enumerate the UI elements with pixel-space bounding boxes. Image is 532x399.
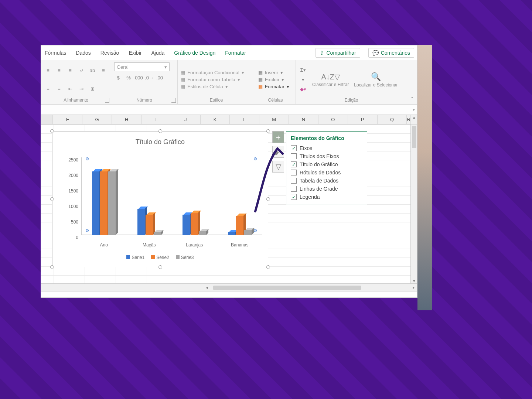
chart-legend[interactable]: Série1Série2Série3 bbox=[52, 255, 268, 260]
vertical-scrollbar[interactable]: ▾ bbox=[410, 125, 417, 283]
align-top-icon[interactable]: ≡ bbox=[44, 66, 52, 74]
chart-element-option[interactable]: Título do Gráfico bbox=[291, 160, 362, 168]
bar[interactable] bbox=[228, 232, 235, 235]
number-launcher-icon[interactable] bbox=[171, 98, 176, 103]
chart-elements-button[interactable]: ＋ bbox=[272, 131, 284, 143]
horizontal-scrollbar[interactable]: ◂ ▸ bbox=[41, 283, 417, 291]
bar[interactable] bbox=[108, 171, 116, 235]
format-as-table-button[interactable]: ▦ Formatar como Tabela ▾ bbox=[181, 77, 244, 82]
bar-cluster[interactable] bbox=[223, 216, 256, 235]
bar-cluster[interactable] bbox=[133, 209, 166, 235]
formula-bar-collapsed[interactable]: ▾ bbox=[41, 105, 417, 115]
column-header[interactable]: H bbox=[112, 115, 141, 124]
checkbox-icon[interactable] bbox=[291, 186, 297, 192]
increase-decimal-icon[interactable]: .0→ bbox=[145, 74, 153, 82]
checkbox-icon[interactable] bbox=[291, 170, 297, 175]
align-center-icon[interactable]: ≡ bbox=[44, 85, 52, 93]
tab-format[interactable]: Formatar bbox=[224, 48, 247, 58]
plot-area[interactable] bbox=[81, 157, 262, 235]
column-header[interactable]: F bbox=[53, 115, 82, 124]
accounting-format-icon[interactable]: $ bbox=[114, 74, 122, 82]
wrap-text-icon[interactable]: ab bbox=[88, 66, 96, 74]
resize-handle[interactable] bbox=[158, 129, 162, 133]
bar[interactable] bbox=[191, 213, 198, 235]
autosum-icon[interactable]: Σ▾ bbox=[299, 66, 307, 74]
conditional-formatting-button[interactable]: ▦ Formatação Condicional ▾ bbox=[181, 70, 244, 75]
chart-element-option[interactable]: Títulos dos Eixos bbox=[291, 152, 362, 160]
format-cells-button[interactable]: ▦ Formatar ▾ bbox=[258, 84, 289, 89]
worksheet-area[interactable]: Título do Gráfico 05001000150020002500 A… bbox=[41, 125, 417, 283]
chart-element-option[interactable]: Legenda bbox=[291, 193, 362, 201]
column-header[interactable]: Q bbox=[378, 115, 407, 124]
percent-format-icon[interactable]: % bbox=[125, 74, 133, 82]
column-header[interactable]: I bbox=[141, 115, 171, 124]
bar[interactable] bbox=[92, 171, 99, 235]
scrollbar-thumb[interactable] bbox=[213, 286, 361, 290]
tab-chart-design[interactable]: Gráfico de Design bbox=[173, 48, 216, 58]
fill-icon[interactable]: ▾ bbox=[299, 76, 307, 84]
orientation-icon[interactable]: ⤾ bbox=[77, 66, 85, 74]
scroll-down-arrow[interactable]: ▾ bbox=[413, 279, 415, 283]
column-header[interactable]: L bbox=[230, 115, 259, 124]
column-header[interactable]: J bbox=[171, 115, 201, 124]
comma-format-icon[interactable]: 000 bbox=[135, 74, 143, 82]
tab-review[interactable]: Revisão bbox=[100, 48, 120, 58]
indent-increase-icon[interactable]: ⇥ bbox=[77, 85, 85, 93]
column-header[interactable]: P bbox=[348, 115, 378, 124]
checkbox-icon[interactable] bbox=[291, 145, 297, 151]
collapse-ribbon-button[interactable]: ˄ bbox=[407, 60, 417, 104]
align-bottom-icon[interactable]: ≡ bbox=[66, 66, 74, 74]
column-header[interactable]: R bbox=[407, 115, 410, 124]
checkbox-icon[interactable] bbox=[291, 178, 297, 184]
chart-title[interactable]: Título do Gráfico bbox=[52, 132, 268, 149]
bar-cluster[interactable] bbox=[178, 213, 211, 235]
resize-handle[interactable] bbox=[50, 129, 54, 133]
chart-object[interactable]: Título do Gráfico 05001000150020002500 A… bbox=[52, 131, 268, 267]
bar[interactable] bbox=[236, 216, 243, 235]
clear-icon[interactable]: ◆▾ bbox=[299, 85, 307, 93]
insert-cells-button[interactable]: ▦ Inserir ▾ bbox=[258, 70, 289, 75]
bar[interactable] bbox=[199, 231, 206, 235]
tab-view[interactable]: Exibir bbox=[128, 48, 142, 58]
align-right-icon[interactable]: ≡ bbox=[55, 85, 63, 93]
sort-filter-button[interactable]: A↓Z▽ Classificar e Filtrar bbox=[312, 72, 349, 87]
chart-element-option[interactable]: Linhas de Grade bbox=[291, 185, 362, 193]
chart-filters-button[interactable]: ▽ bbox=[272, 161, 284, 173]
cell-styles-button[interactable]: ▦ Estilos de Célula ▾ bbox=[181, 84, 244, 89]
bar[interactable] bbox=[154, 232, 161, 235]
bar[interactable] bbox=[244, 230, 252, 235]
legend-item[interactable]: Série3 bbox=[176, 255, 194, 260]
chart-element-option[interactable]: Eixos bbox=[291, 144, 362, 152]
chart-element-option[interactable]: Tabela de Dados bbox=[291, 177, 362, 185]
resize-handle[interactable] bbox=[50, 265, 54, 269]
bar[interactable] bbox=[137, 209, 145, 235]
chart-styles-button[interactable]: 🖌 bbox=[272, 146, 284, 158]
tab-formulas[interactable]: Fórmulas bbox=[44, 48, 67, 58]
comments-button[interactable]: 💬 Comentários bbox=[368, 48, 414, 58]
decrease-decimal-icon[interactable]: .00 bbox=[156, 74, 164, 82]
tab-help[interactable]: Ajuda bbox=[150, 48, 165, 58]
column-header[interactable]: K bbox=[201, 115, 230, 124]
column-header[interactable]: O bbox=[318, 115, 348, 124]
bar[interactable] bbox=[183, 215, 190, 235]
number-format-combo[interactable]: Geral ▾ bbox=[114, 62, 170, 71]
column-header[interactable]: G bbox=[82, 115, 112, 124]
column-header[interactable]: N bbox=[289, 115, 318, 124]
scroll-up-arrow[interactable]: ▴ bbox=[411, 115, 417, 124]
checkbox-icon[interactable] bbox=[291, 153, 297, 159]
resize-handle[interactable] bbox=[266, 129, 270, 133]
resize-handle[interactable] bbox=[266, 197, 270, 201]
resize-handle[interactable] bbox=[158, 265, 162, 269]
legend-item[interactable]: Série1 bbox=[126, 255, 144, 260]
chart-element-option[interactable]: Rótulos de Dados bbox=[291, 168, 362, 177]
align-left-icon[interactable]: ≡ bbox=[99, 66, 108, 74]
find-select-button[interactable]: 🔍 Localizar e Selecionar bbox=[354, 72, 398, 88]
bar[interactable] bbox=[100, 171, 108, 235]
select-all-corner[interactable] bbox=[41, 115, 53, 124]
merge-icon[interactable]: ⊞ bbox=[88, 85, 96, 93]
resize-handle[interactable] bbox=[266, 265, 270, 269]
scroll-left-arrow[interactable]: ◂ bbox=[204, 285, 210, 290]
legend-item[interactable]: Série2 bbox=[151, 255, 169, 260]
share-button[interactable]: ⇪ Compartilhar bbox=[316, 48, 360, 58]
align-middle-icon[interactable]: ≡ bbox=[55, 66, 63, 74]
